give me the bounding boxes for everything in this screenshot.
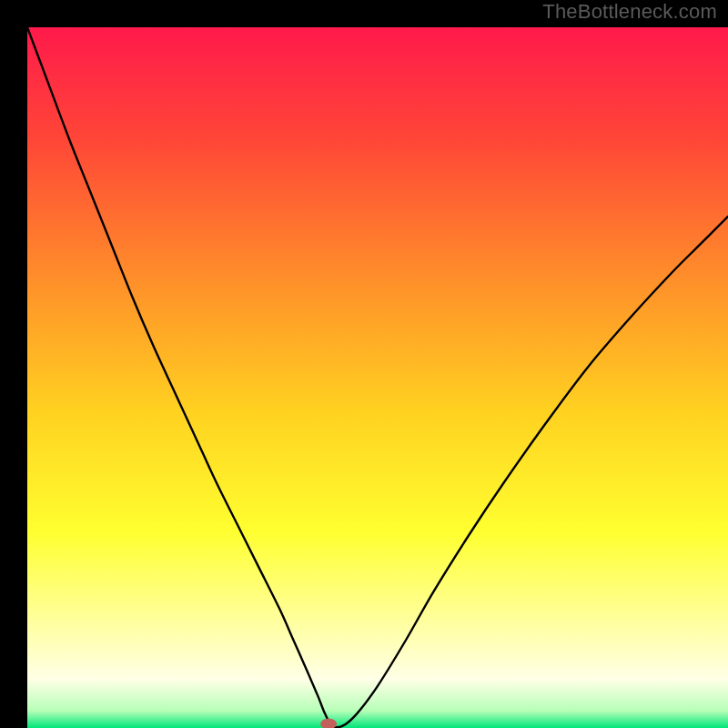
chart-frame xyxy=(14,14,714,714)
bottleneck-chart xyxy=(27,27,728,728)
watermark-label: TheBottleneck.com xyxy=(542,0,717,24)
chart-background xyxy=(27,27,728,728)
